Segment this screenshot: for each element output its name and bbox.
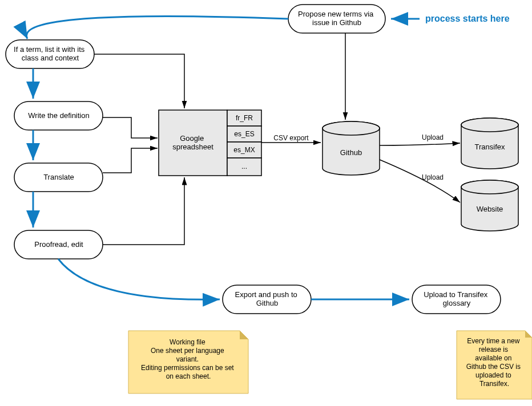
label-upload-1: Upload xyxy=(422,133,444,141)
label-upload-2: Upload xyxy=(422,173,444,181)
arrow-proofread-to-export xyxy=(58,259,220,299)
label-csv-export: CSV export xyxy=(273,134,309,142)
spreadsheet-locale-list: fr_FR es_ES es_MX ... xyxy=(227,110,261,176)
svg-text:es_MX: es_MX xyxy=(233,146,255,154)
arrow-github-to-website xyxy=(380,160,460,202)
arrow-ifterm-to-spreadsheet xyxy=(94,54,184,108)
svg-point-9 xyxy=(461,118,518,132)
arrow-translate-to-spreadsheet xyxy=(103,148,158,173)
svg-text:fr_FR: fr_FR xyxy=(236,114,253,122)
svg-point-8 xyxy=(323,121,380,135)
node-ifterm-label: If a term, list it with its class and co… xyxy=(14,45,87,62)
node-translate-label: Translate xyxy=(43,173,74,181)
process-start-label: process starts here xyxy=(425,14,510,23)
node-transifex: Transifex xyxy=(461,118,518,169)
svg-point-10 xyxy=(461,180,518,194)
node-proofread-label: Proofread, edit xyxy=(34,240,83,249)
node-website: Website xyxy=(461,180,518,231)
svg-text:es_ES: es_ES xyxy=(234,130,254,138)
node-website-label: Website xyxy=(477,205,503,213)
arrow-github-to-transifex xyxy=(380,143,460,145)
arrow-writedef-to-spreadsheet xyxy=(103,117,158,138)
arrow-proofread-to-spreadsheet xyxy=(103,177,184,245)
arrow-propose-to-ifterm xyxy=(26,16,288,39)
svg-text:...: ... xyxy=(241,163,247,170)
node-transifex-label: Transifex xyxy=(475,143,505,151)
node-github-label: Github xyxy=(340,148,362,157)
node-writedef-label: Write the definition xyxy=(28,111,89,120)
flowchart-diagram: process starts here Propose new terms vi… xyxy=(0,0,532,406)
node-github: Github xyxy=(323,121,380,175)
